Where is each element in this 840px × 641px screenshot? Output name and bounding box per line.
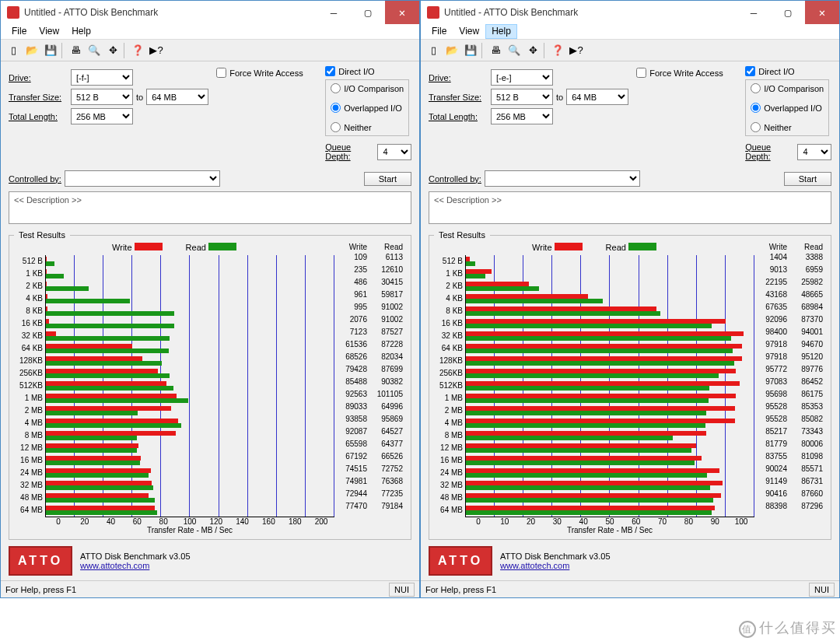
bar-row <box>46 504 334 517</box>
open-icon[interactable]: 📂 <box>443 42 461 59</box>
help-icon[interactable]: ❓ <box>128 42 147 59</box>
minimize-button[interactable]: — <box>317 1 351 24</box>
bar-row <box>466 492 754 504</box>
maximize-button[interactable]: ▢ <box>771 1 805 24</box>
start-button[interactable]: Start <box>364 172 411 186</box>
help-icon[interactable]: ❓ <box>548 42 567 59</box>
preview-icon[interactable]: 🔍 <box>505 42 523 59</box>
io-comparison-radio[interactable]: I/O Comparison <box>331 83 404 93</box>
read-bar <box>46 274 64 278</box>
overlapped-io-radio[interactable]: Overlapped I/O <box>751 103 824 113</box>
queue-depth-select[interactable]: 4 <box>797 144 831 160</box>
website-link[interactable]: www.attotech.com <box>500 561 610 570</box>
menu-view[interactable]: View <box>33 24 65 39</box>
io-comparison-radio[interactable]: I/O Comparison <box>751 83 824 93</box>
transfer-from-select[interactable]: 512 B <box>71 89 133 105</box>
value-row: 48630415 <box>334 276 406 289</box>
y-tick-label: 512KB <box>434 380 463 392</box>
x-tick-label: 30 <box>544 517 570 526</box>
force-write-checkbox[interactable]: Force Write Access <box>216 68 317 78</box>
x-tick-label: 60 <box>623 517 649 526</box>
read-bar <box>466 299 603 303</box>
bar-row <box>46 429 334 442</box>
read-bar <box>466 336 731 341</box>
menu-help[interactable]: Help <box>65 24 97 39</box>
force-write-checkbox[interactable]: Force Write Access <box>636 68 737 78</box>
transfer-from-select[interactable]: 512 B <box>491 89 553 105</box>
y-tick-label: 8 KB <box>434 305 463 317</box>
controlled-by-select[interactable] <box>485 170 640 187</box>
direct-io-checkbox[interactable]: Direct I/O <box>745 66 794 76</box>
description-box[interactable]: << Description >> <box>9 191 411 224</box>
y-tick-label: 512KB <box>14 380 43 392</box>
context-help-icon[interactable]: ▶? <box>147 42 166 59</box>
minimize-button[interactable]: — <box>737 1 771 24</box>
overlapped-io-radio[interactable]: Overlapped I/O <box>331 103 404 113</box>
new-icon[interactable]: ▯ <box>424 42 443 59</box>
to-label: to <box>556 93 563 102</box>
drive-select[interactable]: [-f-] <box>71 69 133 86</box>
menu-file[interactable]: File <box>425 24 453 39</box>
print-icon[interactable]: 🖶 <box>66 42 85 59</box>
new-icon[interactable]: ▯ <box>4 42 23 59</box>
save-icon[interactable]: 💾 <box>41 42 60 59</box>
read-bar <box>466 349 733 353</box>
website-link[interactable]: www.attotech.com <box>80 561 190 570</box>
direct-io-checkbox[interactable]: Direct I/O <box>325 66 374 76</box>
maximize-button[interactable]: ▢ <box>351 1 385 24</box>
close-button[interactable]: ✕ <box>385 1 419 24</box>
x-axis: 020406080100120140160180200 <box>45 517 334 526</box>
x-tick-label: 20 <box>72 517 98 526</box>
atto-logo: ATTO <box>429 546 492 576</box>
controlled-by-select[interactable] <box>65 170 220 187</box>
y-tick-label: 24 MB <box>14 467 43 479</box>
description-box[interactable]: << Description >> <box>429 191 831 224</box>
menu-view[interactable]: View <box>453 24 485 39</box>
bar-row <box>466 429 754 442</box>
read-bar <box>466 436 673 440</box>
neither-radio[interactable]: Neither <box>751 122 824 132</box>
titlebar[interactable]: Untitled - ATTO Disk Benchmark — ▢ ✕ <box>421 1 839 24</box>
transfer-size-label: Transfer Size: <box>429 93 491 102</box>
menu-file[interactable]: File <box>5 24 33 39</box>
controlled-by-label: Controlled by: <box>9 174 61 184</box>
transfer-to-select[interactable]: 64 MB <box>566 89 628 105</box>
neither-radio[interactable]: Neither <box>331 122 404 132</box>
write-col-header: Write <box>334 243 370 251</box>
transfer-to-select[interactable]: 64 MB <box>146 89 208 105</box>
value-row: 2219525982 <box>754 276 826 289</box>
total-length-select[interactable]: 256 MB <box>491 108 553 124</box>
read-legend: Read <box>186 243 236 252</box>
y-tick-label: 32 KB <box>434 330 463 342</box>
y-tick-label: 4 MB <box>434 417 463 429</box>
bar-row <box>46 367 334 380</box>
value-row: 9041687660 <box>754 488 826 500</box>
drive-select[interactable]: [-e-] <box>491 69 553 86</box>
save-icon[interactable]: 💾 <box>461 42 480 59</box>
y-tick-label: 256KB <box>434 367 463 380</box>
context-help-icon[interactable]: ▶? <box>567 42 586 59</box>
y-tick-label: 512 B <box>14 255 43 268</box>
read-bar <box>46 485 153 490</box>
x-tick-label: 100 <box>728 517 754 526</box>
open-icon[interactable]: 📂 <box>23 42 41 59</box>
move-icon[interactable]: ✥ <box>103 42 122 59</box>
y-axis: 512 B1 KB2 KB4 KB8 KB16 KB32 KB64 KB128K… <box>434 255 465 517</box>
version-label: ATTO Disk Benchmark v3.05 <box>500 552 610 561</box>
y-tick-label: 2 KB <box>14 280 43 292</box>
total-length-select[interactable]: 256 MB <box>71 108 133 124</box>
watermark: 值什么值得买 <box>739 618 837 639</box>
results-legend: Test Results <box>434 230 490 240</box>
queue-depth-select[interactable]: 4 <box>377 144 411 160</box>
print-icon[interactable]: 🖶 <box>486 42 505 59</box>
titlebar[interactable]: Untitled - ATTO Disk Benchmark — ▢ ✕ <box>1 1 419 24</box>
read-bar <box>46 423 181 428</box>
close-button[interactable]: ✕ <box>805 1 839 24</box>
move-icon[interactable]: ✥ <box>523 42 542 59</box>
preview-icon[interactable]: 🔍 <box>85 42 103 59</box>
status-cell: NUI <box>389 583 415 597</box>
bar-row <box>466 442 754 454</box>
start-button[interactable]: Start <box>784 172 831 186</box>
drive-label: Drive: <box>429 73 491 82</box>
menu-help[interactable]: Help <box>485 24 517 39</box>
